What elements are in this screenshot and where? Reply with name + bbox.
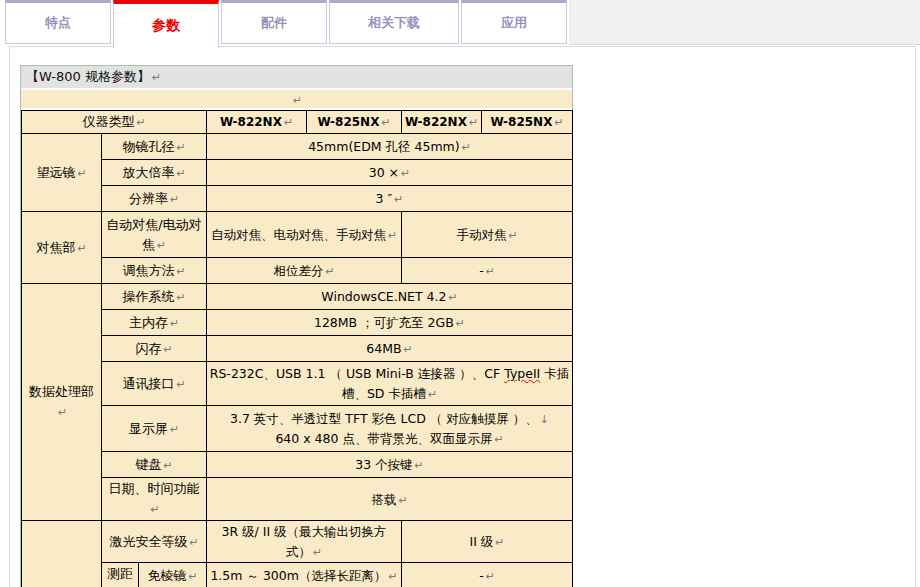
model-cell-2: W-825NX↵ [307, 111, 402, 134]
datetime-label: 日期、时间功能↵ [102, 478, 207, 521]
reflectorless-label: 免棱镜↵ [139, 563, 207, 587]
table-row-magnification: 放大倍率↵ 30 ×↵ [22, 160, 573, 186]
model-cell-3: W-822NX↵ [402, 111, 482, 134]
magnification-label: 放大倍率↵ [102, 160, 207, 186]
focus-method-value-right: -↵ [402, 258, 573, 284]
resolution-value: 3 ″↵ [207, 186, 573, 212]
tab-bar: 特点 参数 配件 相关下载 应用 [0, 0, 920, 47]
spec-table: 【W-800 规格参数】↵ ↵ 仪器类型↵ W-822NX↵ W-825NX↵ … [20, 65, 573, 587]
group-edm [22, 521, 102, 587]
flash-value: 64MB↵ [207, 336, 573, 362]
group-telescope: 望远镜↵ [22, 134, 102, 212]
tab-bar-filler [569, 0, 920, 45]
group-focus: 对焦部↵ [22, 212, 102, 284]
table-row-reflectorless: 测距 免棱镜↵ 1.5m ～ 300m（选择长距离）↵ -↵ [22, 563, 573, 587]
spec-table-title: 【W-800 规格参数】↵ [21, 66, 572, 88]
group-data-processing: 数据处理部↵ [22, 284, 102, 521]
return-mark-icon: ↵ [152, 71, 161, 84]
spec-title-text: 【W-800 规格参数】 [26, 69, 150, 84]
autofocus-value-left: 自动对焦、电动对焦、手动对焦↵ [207, 212, 402, 258]
os-label: 操作系统↵ [102, 284, 207, 310]
comm-label: 通讯接口↵ [102, 362, 207, 406]
table-row-autofocus: 对焦部↵ 自动对焦/电动对焦↵ 自动对焦、电动对焦、手动对焦↵ 手动对焦↵ [22, 212, 573, 258]
table-row-display: 显示屏↵ 3.7 英寸、半透过型 TFT 彩色 LCD （ 对应触摸屏 ）、↓ … [22, 406, 573, 452]
table-row-datetime: 日期、时间功能↵ 搭载↵ [22, 478, 573, 521]
model-cell-4: W-825NX↵ [482, 111, 573, 134]
focus-method-value-left: 相位差分↵ [207, 258, 402, 284]
keyboard-label: 键盘↵ [102, 452, 207, 478]
tab-downloads[interactable]: 相关下载 [329, 0, 459, 44]
table-row-laser: 激光安全等级↵ 3R 级/ II 级（最大输出切换方式）↵ II 级↵ [22, 521, 573, 563]
aperture-value: 45mm(EDM 孔径 45mm)↵ [207, 134, 573, 160]
laser-value-right: II 级↵ [402, 521, 573, 563]
table-row-resolution: 分辨率↵ 3 ″↵ [22, 186, 573, 212]
spec-grid: 仪器类型↵ W-822NX↵ W-825NX↵ W-822NX↵ W-825NX… [21, 110, 573, 587]
tab-accessories[interactable]: 配件 [221, 0, 327, 44]
magnification-value: 30 ×↵ [207, 160, 573, 186]
table-row-aperture: 望远镜↵ 物镜孔径↵ 45mm(EDM 孔径 45mm)↵ [22, 134, 573, 160]
return-mark-icon: ↵ [293, 94, 302, 107]
focus-method-label: 调焦方法↵ [102, 258, 207, 284]
laser-value-left: 3R 级/ II 级（最大输出切换方式）↵ [207, 521, 402, 563]
table-row-os: 数据处理部↵ 操作系统↵ WindowsCE.NET 4.2↵ [22, 284, 573, 310]
spec-empty-row: ↵ [21, 90, 572, 108]
datetime-value: 搭载↵ [207, 478, 573, 521]
memory-value: 128MB ；可扩充至 2GB↵ [207, 310, 573, 336]
comm-value: RS-232C、USB 1.1 （ USB Mini-B 连接器 ）、CF Ty… [207, 362, 573, 406]
instrument-type-label-cell: 仪器类型↵ [22, 111, 207, 134]
laser-label: 激光安全等级↵ [102, 521, 207, 563]
display-value: 3.7 英寸、半透过型 TFT 彩色 LCD （ 对应触摸屏 ）、↓ 640 x… [207, 406, 573, 452]
tab-features[interactable]: 特点 [5, 0, 111, 44]
tab-accessories-label: 配件 [261, 14, 287, 32]
flash-label: 闪存↵ [102, 336, 207, 362]
display-label: 显示屏↵ [102, 406, 207, 452]
table-row-focus-method: 调焦方法↵ 相位差分↵ -↵ [22, 258, 573, 284]
table-row-comm: 通讯接口↵ RS-232C、USB 1.1 （ USB Mini-B 连接器 ）… [22, 362, 573, 406]
tab-features-label: 特点 [45, 14, 71, 32]
reflectorless-value-left: 1.5m ～ 300m（选择长距离）↵ [207, 563, 402, 587]
tab-applications[interactable]: 应用 [461, 0, 567, 44]
keyboard-value: 33 个按键↵ [207, 452, 573, 478]
tab-applications-label: 应用 [501, 14, 527, 32]
autofocus-label: 自动对焦/电动对焦↵ [102, 212, 207, 258]
content-panel: 【W-800 规格参数】↵ ↵ 仪器类型↵ W-822NX↵ W-825NX↵ … [9, 46, 916, 587]
spellcheck-underline: TypeII [504, 366, 540, 381]
reflectorless-value-right: -↵ [402, 563, 573, 587]
table-row-keyboard: 键盘↵ 33 个按键↵ [22, 452, 573, 478]
tab-parameters-label: 参数 [152, 17, 180, 35]
model-cell-1: W-822NX↵ [207, 111, 307, 134]
range-group-label: 测距 [102, 563, 139, 587]
aperture-label: 物镜孔径↵ [102, 134, 207, 160]
tab-parameters[interactable]: 参数 [113, 0, 219, 48]
resolution-label: 分辨率↵ [102, 186, 207, 212]
memory-label: 主内存↵ [102, 310, 207, 336]
table-row-instrument-type: 仪器类型↵ W-822NX↵ W-825NX↵ W-822NX↵ W-825NX… [22, 111, 573, 134]
table-row-flash: 闪存↵ 64MB↵ [22, 336, 573, 362]
os-value: WindowsCE.NET 4.2↵ [207, 284, 573, 310]
tab-downloads-label: 相关下载 [368, 14, 420, 32]
autofocus-value-right: 手动对焦↵ [402, 212, 573, 258]
table-row-memory: 主内存↵ 128MB ；可扩充至 2GB↵ [22, 310, 573, 336]
